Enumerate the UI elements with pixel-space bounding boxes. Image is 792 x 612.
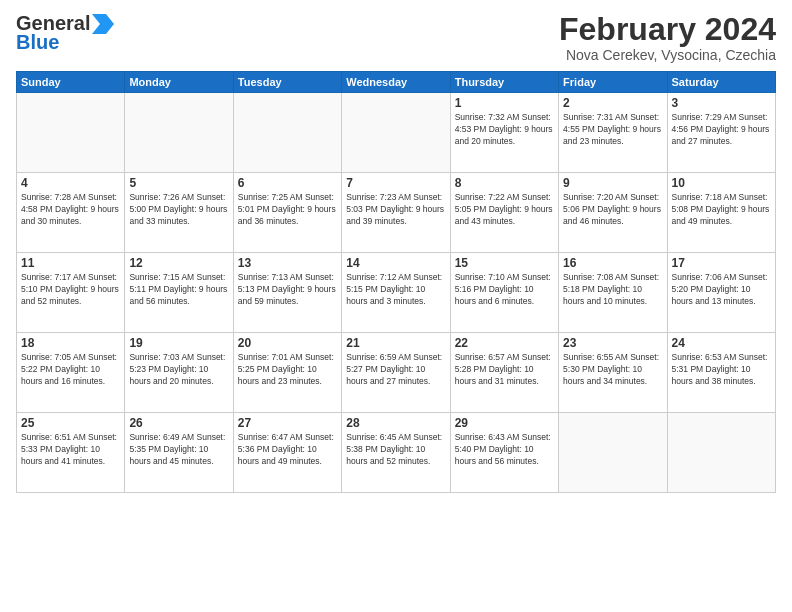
day-info: Sunrise: 7:08 AM Sunset: 5:18 PM Dayligh…: [563, 272, 662, 308]
table-cell: 10Sunrise: 7:18 AM Sunset: 5:08 PM Dayli…: [667, 173, 775, 253]
day-number: 6: [238, 176, 337, 190]
month-title: February 2024: [559, 12, 776, 47]
day-number: 5: [129, 176, 228, 190]
table-cell: [342, 93, 450, 173]
table-cell: 3Sunrise: 7:29 AM Sunset: 4:56 PM Daylig…: [667, 93, 775, 173]
day-number: 2: [563, 96, 662, 110]
header: General Blue February 2024 Nova Cerekev,…: [16, 12, 776, 63]
day-number: 22: [455, 336, 554, 350]
day-info: Sunrise: 7:26 AM Sunset: 5:00 PM Dayligh…: [129, 192, 228, 228]
svg-marker-0: [92, 14, 114, 34]
col-friday: Friday: [559, 72, 667, 93]
table-cell: 19Sunrise: 7:03 AM Sunset: 5:23 PM Dayli…: [125, 333, 233, 413]
table-cell: 15Sunrise: 7:10 AM Sunset: 5:16 PM Dayli…: [450, 253, 558, 333]
table-cell: [125, 93, 233, 173]
table-cell: 22Sunrise: 6:57 AM Sunset: 5:28 PM Dayli…: [450, 333, 558, 413]
day-info: Sunrise: 6:55 AM Sunset: 5:30 PM Dayligh…: [563, 352, 662, 388]
day-number: 8: [455, 176, 554, 190]
day-info: Sunrise: 7:32 AM Sunset: 4:53 PM Dayligh…: [455, 112, 554, 148]
day-info: Sunrise: 7:29 AM Sunset: 4:56 PM Dayligh…: [672, 112, 771, 148]
col-monday: Monday: [125, 72, 233, 93]
day-info: Sunrise: 7:13 AM Sunset: 5:13 PM Dayligh…: [238, 272, 337, 308]
table-cell: [17, 93, 125, 173]
table-cell: [667, 413, 775, 493]
col-thursday: Thursday: [450, 72, 558, 93]
table-cell: 9Sunrise: 7:20 AM Sunset: 5:06 PM Daylig…: [559, 173, 667, 253]
table-cell: 6Sunrise: 7:25 AM Sunset: 5:01 PM Daylig…: [233, 173, 341, 253]
col-saturday: Saturday: [667, 72, 775, 93]
day-number: 12: [129, 256, 228, 270]
table-cell: 5Sunrise: 7:26 AM Sunset: 5:00 PM Daylig…: [125, 173, 233, 253]
day-info: Sunrise: 7:31 AM Sunset: 4:55 PM Dayligh…: [563, 112, 662, 148]
col-wednesday: Wednesday: [342, 72, 450, 93]
day-number: 18: [21, 336, 120, 350]
table-cell: 14Sunrise: 7:12 AM Sunset: 5:15 PM Dayli…: [342, 253, 450, 333]
day-number: 16: [563, 256, 662, 270]
table-cell: 29Sunrise: 6:43 AM Sunset: 5:40 PM Dayli…: [450, 413, 558, 493]
day-info: Sunrise: 6:53 AM Sunset: 5:31 PM Dayligh…: [672, 352, 771, 388]
day-number: 13: [238, 256, 337, 270]
day-info: Sunrise: 7:06 AM Sunset: 5:20 PM Dayligh…: [672, 272, 771, 308]
week-row-5: 25Sunrise: 6:51 AM Sunset: 5:33 PM Dayli…: [17, 413, 776, 493]
week-row-4: 18Sunrise: 7:05 AM Sunset: 5:22 PM Dayli…: [17, 333, 776, 413]
table-cell: 7Sunrise: 7:23 AM Sunset: 5:03 PM Daylig…: [342, 173, 450, 253]
day-info: Sunrise: 7:25 AM Sunset: 5:01 PM Dayligh…: [238, 192, 337, 228]
day-number: 14: [346, 256, 445, 270]
week-row-2: 4Sunrise: 7:28 AM Sunset: 4:58 PM Daylig…: [17, 173, 776, 253]
day-number: 11: [21, 256, 120, 270]
day-number: 25: [21, 416, 120, 430]
day-number: 28: [346, 416, 445, 430]
col-sunday: Sunday: [17, 72, 125, 93]
day-number: 15: [455, 256, 554, 270]
day-info: Sunrise: 6:45 AM Sunset: 5:38 PM Dayligh…: [346, 432, 445, 468]
day-info: Sunrise: 7:01 AM Sunset: 5:25 PM Dayligh…: [238, 352, 337, 388]
day-info: Sunrise: 7:03 AM Sunset: 5:23 PM Dayligh…: [129, 352, 228, 388]
day-number: 26: [129, 416, 228, 430]
table-cell: 26Sunrise: 6:49 AM Sunset: 5:35 PM Dayli…: [125, 413, 233, 493]
day-number: 19: [129, 336, 228, 350]
day-number: 7: [346, 176, 445, 190]
week-row-3: 11Sunrise: 7:17 AM Sunset: 5:10 PM Dayli…: [17, 253, 776, 333]
day-number: 1: [455, 96, 554, 110]
table-cell: 17Sunrise: 7:06 AM Sunset: 5:20 PM Dayli…: [667, 253, 775, 333]
logo-blue: Blue: [16, 31, 59, 54]
day-info: Sunrise: 6:49 AM Sunset: 5:35 PM Dayligh…: [129, 432, 228, 468]
table-cell: [559, 413, 667, 493]
day-info: Sunrise: 6:47 AM Sunset: 5:36 PM Dayligh…: [238, 432, 337, 468]
page: General Blue February 2024 Nova Cerekev,…: [0, 0, 792, 612]
day-info: Sunrise: 6:51 AM Sunset: 5:33 PM Dayligh…: [21, 432, 120, 468]
table-cell: 21Sunrise: 6:59 AM Sunset: 5:27 PM Dayli…: [342, 333, 450, 413]
day-info: Sunrise: 6:59 AM Sunset: 5:27 PM Dayligh…: [346, 352, 445, 388]
table-cell: 18Sunrise: 7:05 AM Sunset: 5:22 PM Dayli…: [17, 333, 125, 413]
location: Nova Cerekev, Vysocina, Czechia: [559, 47, 776, 63]
table-cell: 16Sunrise: 7:08 AM Sunset: 5:18 PM Dayli…: [559, 253, 667, 333]
day-number: 3: [672, 96, 771, 110]
table-cell: 11Sunrise: 7:17 AM Sunset: 5:10 PM Dayli…: [17, 253, 125, 333]
week-row-1: 1Sunrise: 7:32 AM Sunset: 4:53 PM Daylig…: [17, 93, 776, 173]
day-info: Sunrise: 7:12 AM Sunset: 5:15 PM Dayligh…: [346, 272, 445, 308]
day-number: 29: [455, 416, 554, 430]
day-number: 17: [672, 256, 771, 270]
day-info: Sunrise: 7:18 AM Sunset: 5:08 PM Dayligh…: [672, 192, 771, 228]
day-number: 24: [672, 336, 771, 350]
table-cell: 28Sunrise: 6:45 AM Sunset: 5:38 PM Dayli…: [342, 413, 450, 493]
day-info: Sunrise: 7:22 AM Sunset: 5:05 PM Dayligh…: [455, 192, 554, 228]
day-info: Sunrise: 6:57 AM Sunset: 5:28 PM Dayligh…: [455, 352, 554, 388]
logo-arrow-icon: [92, 14, 114, 34]
day-info: Sunrise: 7:20 AM Sunset: 5:06 PM Dayligh…: [563, 192, 662, 228]
table-cell: 24Sunrise: 6:53 AM Sunset: 5:31 PM Dayli…: [667, 333, 775, 413]
table-cell: 20Sunrise: 7:01 AM Sunset: 5:25 PM Dayli…: [233, 333, 341, 413]
day-number: 23: [563, 336, 662, 350]
table-cell: 2Sunrise: 7:31 AM Sunset: 4:55 PM Daylig…: [559, 93, 667, 173]
table-cell: 8Sunrise: 7:22 AM Sunset: 5:05 PM Daylig…: [450, 173, 558, 253]
title-area: February 2024 Nova Cerekev, Vysocina, Cz…: [559, 12, 776, 63]
day-info: Sunrise: 7:17 AM Sunset: 5:10 PM Dayligh…: [21, 272, 120, 308]
day-info: Sunrise: 7:23 AM Sunset: 5:03 PM Dayligh…: [346, 192, 445, 228]
table-cell: 13Sunrise: 7:13 AM Sunset: 5:13 PM Dayli…: [233, 253, 341, 333]
day-number: 27: [238, 416, 337, 430]
table-cell: 27Sunrise: 6:47 AM Sunset: 5:36 PM Dayli…: [233, 413, 341, 493]
day-info: Sunrise: 6:43 AM Sunset: 5:40 PM Dayligh…: [455, 432, 554, 468]
col-tuesday: Tuesday: [233, 72, 341, 93]
day-info: Sunrise: 7:10 AM Sunset: 5:16 PM Dayligh…: [455, 272, 554, 308]
logo: General Blue: [16, 12, 114, 54]
